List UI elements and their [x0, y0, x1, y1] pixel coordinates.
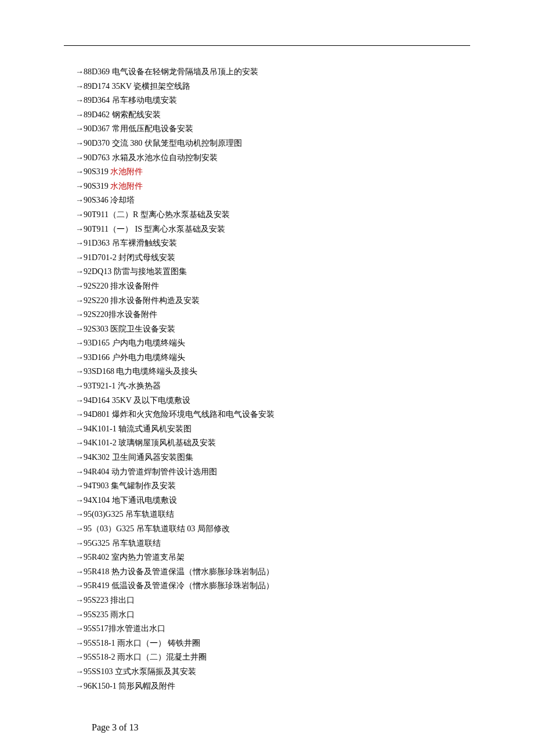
arrow-icon: → — [75, 310, 84, 319]
list-item: →95S517排水管道出水口 — [75, 622, 534, 636]
list-item: →95（03）G325 吊车轨道联结 03 局部修改 — [75, 522, 534, 537]
arrow-icon: → — [75, 167, 84, 176]
item-title: 动力管道焊制管件设计选用图 — [111, 467, 217, 476]
arrow-icon: → — [75, 325, 84, 333]
item-code: 90D367 — [84, 124, 110, 133]
list-item: →92S220 排水设备附件 — [75, 279, 534, 294]
list-item: →88D369 电气设备在轻钢龙骨隔墙及吊顶上的安装 — [75, 65, 534, 80]
arrow-icon: → — [75, 296, 84, 305]
list-item: →96K150-1 筒形风帽及附件 — [75, 679, 534, 694]
item-code: 90S319 — [84, 182, 109, 190]
arrow-icon: → — [75, 367, 84, 376]
item-code: 95S235 — [84, 610, 109, 619]
item-title: 35KV 及以下电缆敷设 — [112, 396, 190, 405]
arrow-icon: → — [75, 139, 84, 147]
arrow-icon: → — [75, 653, 84, 661]
arrow-icon: → — [75, 153, 84, 162]
item-title: 型离心热水泵基础及安装 — [140, 210, 230, 219]
list-item: →94K302 卫生间通风器安装图集 — [75, 451, 534, 465]
item-title: 雨水口（一） 铸铁井圈 — [117, 639, 201, 647]
item-code: 90T911（二）R — [84, 210, 138, 219]
list-item: →92S220 排水设备附件构造及安装 — [75, 294, 534, 308]
arrow-icon: → — [75, 410, 84, 419]
list-item: →89D174 35KV 瓷横担架空线路 — [75, 80, 534, 94]
list-item: →93SD168 电力电缆终端头及接头 — [75, 365, 534, 379]
item-title: 筒形风帽及附件 — [118, 682, 175, 690]
item-code: 95R402 — [84, 553, 109, 561]
list-item: →95SS103 立式水泵隔振及其安装 — [75, 665, 534, 679]
item-title: 室内热力管道支吊架 — [111, 553, 185, 561]
arrow-icon: → — [75, 596, 84, 604]
item-title: 排水设备附件 — [109, 310, 157, 319]
item-code: 94R404 — [84, 467, 109, 476]
list-item: →94R404 动力管道焊制管件设计选用图 — [75, 465, 534, 480]
item-title: 水箱及水池水位自动控制安装 — [112, 153, 218, 162]
arrow-icon: → — [75, 510, 84, 519]
list-item: →94D164 35KV 及以下电缆敷设 — [75, 394, 534, 408]
list-item: →93D166 户外电力电缆终端头 — [75, 351, 534, 365]
arrow-icon: → — [75, 396, 84, 405]
item-title: 热力设备及管道保温（憎水膨胀珍珠岩制品） — [111, 567, 274, 576]
arrow-icon: → — [75, 124, 84, 133]
arrow-icon: → — [75, 424, 84, 433]
item-code: 91D363 — [84, 239, 110, 247]
top-rule — [64, 45, 470, 46]
arrow-icon: → — [75, 567, 84, 576]
item-title: 吊车轨道联结 — [112, 539, 161, 548]
arrow-icon: → — [75, 267, 84, 276]
item-title: 冷却塔 — [110, 196, 135, 204]
list-item: →93T921-1 汽-水换热器 — [75, 379, 534, 394]
item-code: 88D369 — [84, 67, 110, 76]
arrow-icon: → — [75, 196, 84, 204]
item-code: 95S518-1 — [84, 639, 115, 647]
list-item: →90D763 水箱及水池水位自动控制安装 — [75, 151, 534, 165]
item-title: 水池附件 — [110, 182, 143, 190]
item-code: 95（03）G325 — [84, 524, 134, 533]
item-title: 排水设备附件 — [110, 282, 159, 290]
list-item: →90S346 冷却塔 — [75, 193, 534, 208]
list-item: →95S518-1 雨水口（一） 铸铁井圈 — [75, 636, 534, 651]
item-code: 95S518-2 — [84, 653, 115, 661]
arrow-icon: → — [75, 539, 84, 548]
item-title: 电气设备在轻钢龙骨隔墙及吊顶上的安装 — [112, 67, 258, 76]
item-code: 91D701-2 — [84, 253, 117, 262]
item-code: 94K101-1 — [84, 424, 117, 433]
list-item: →94K101-1 轴流式通风机安装图 — [75, 422, 534, 437]
document-page: →88D369 电气设备在轻钢龙骨隔墙及吊顶上的安装→89D174 35KV 瓷… — [0, 0, 534, 756]
arrow-icon: → — [75, 282, 84, 290]
list-item: →91D701-2 封闭式母线安装 — [75, 251, 534, 265]
item-code: 95R418 — [84, 567, 109, 576]
arrow-icon: → — [75, 496, 84, 505]
item-title: 轴流式通风机安装图 — [118, 424, 192, 433]
item-title: 封闭式母线安装 — [118, 253, 175, 262]
item-title: 水池附件 — [110, 167, 143, 176]
arrow-icon: → — [75, 624, 84, 633]
arrow-icon: → — [75, 610, 84, 619]
item-title: 交流 380 伏鼠笼型电动机控制原理图 — [112, 139, 242, 147]
list-item: →89D462 钢索配线安装 — [75, 108, 534, 123]
list-item: →91D363 吊车裸滑触线安装 — [75, 236, 534, 251]
list-item: →90T911（二）R 型离心热水泵基础及安装 — [75, 208, 534, 222]
item-code: 95R419 — [84, 581, 109, 590]
list-item: →94X104 地下通讯电缆敷设 — [75, 494, 534, 508]
list-item: →90S319 水池附件 — [75, 179, 534, 194]
item-code: 90T911（一） — [84, 225, 133, 233]
item-code: 92S220 — [84, 296, 109, 305]
item-title: 立式水泵隔振及其安装 — [115, 667, 196, 676]
list-item: →90T911（一） IS 型离心水泵基础及安装 — [75, 222, 534, 237]
item-code: 92S220 — [84, 282, 109, 290]
item-title: 户外电力电缆终端头 — [112, 353, 185, 362]
item-code: 90D370 — [84, 139, 110, 147]
list-item: →89D364 吊车移动电缆安装 — [75, 93, 534, 108]
item-title: IS 型离心水泵基础及安装 — [135, 225, 226, 233]
list-item: →95S223 排出口 — [75, 593, 534, 608]
arrow-icon: → — [75, 253, 84, 262]
item-code: 92DQ13 — [84, 267, 111, 276]
arrow-icon: → — [75, 339, 84, 347]
list-item: →94K101-2 玻璃钢屋顶风机基础及安装 — [75, 436, 534, 451]
item-title: 雨水口（二）混凝土井圈 — [117, 653, 207, 661]
item-title: 户内电力电缆终端头 — [112, 339, 185, 347]
list-item: →94D801 爆炸和火灾危险环境电气线路和电气设备安装 — [75, 408, 534, 422]
list-item: →94T903 集气罐制作及安装 — [75, 479, 534, 494]
arrow-icon: → — [75, 553, 84, 561]
